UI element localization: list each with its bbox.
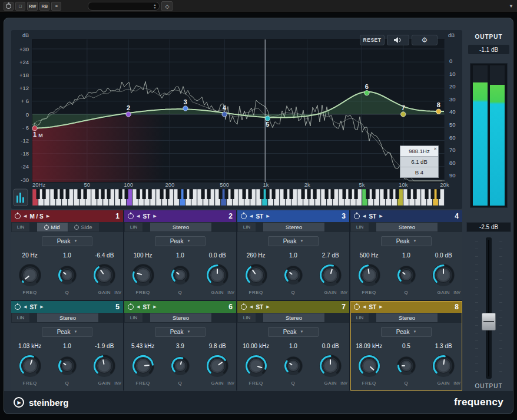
piano-key-black[interactable] [107,189,111,199]
gain-knob[interactable] [199,354,236,378]
channel-tab-stereo[interactable]: Stereo [150,313,211,322]
invert-button[interactable]: INV [453,290,460,295]
preset-selector[interactable]: ▲ ▼ [88,2,160,11]
band-power-button[interactable] [354,213,360,219]
q-value[interactable]: 1.0 [387,252,425,259]
fader-track[interactable] [486,237,492,379]
q-value[interactable]: 1.0 [161,252,198,259]
piano-key-black[interactable] [207,189,211,199]
collapse-chevron-icon[interactable]: ▼ [509,4,513,9]
channel-tab-stereo[interactable]: Stereo [150,223,211,232]
piano-key-black[interactable] [266,189,270,199]
write-automation-button[interactable]: RB [39,2,49,11]
linear-phase-toggle[interactable]: LIN [238,223,256,232]
invert-button[interactable]: INV [227,381,234,385]
piano-key-black[interactable] [307,189,311,199]
linear-phase-toggle[interactable]: LIN [238,313,256,322]
freq-value[interactable]: 500 Hz [350,252,387,259]
band-handle-8[interactable]: 8 [436,101,441,114]
piano-key-black[interactable] [201,189,205,199]
freq-knob[interactable] [11,354,48,378]
gain-value[interactable]: 9.8 dB [199,343,236,349]
band-mode-label[interactable]: ST [369,304,376,310]
invert-button[interactable]: INV [340,290,347,295]
freq-value[interactable]: 5.43 kHz [124,343,161,349]
keyboard-toggle-button[interactable] [14,189,28,206]
band-prev-icon[interactable]: ◀ [24,305,26,309]
piano-key-black[interactable] [272,189,276,199]
band-next-icon[interactable]: ▶ [266,214,269,219]
freq-value[interactable]: 100 Hz [124,252,161,259]
piano-key-black[interactable] [390,189,393,199]
piano-key-black[interactable] [148,189,152,199]
band-prev-icon[interactable]: ◀ [137,214,140,219]
piano-key-black[interactable] [42,189,46,199]
channel-tab-stereo[interactable]: Stereo [263,313,324,322]
freq-knob[interactable] [11,263,48,287]
gain-knob[interactable] [199,263,236,287]
gain-value[interactable]: 0.0 dB [425,252,462,259]
band-prev-icon[interactable]: ◀ [363,214,366,219]
band-handle-5[interactable]: 5 [265,116,270,128]
invert-button[interactable]: INV [453,381,460,385]
band-next-icon[interactable]: ▶ [266,305,269,309]
spin-down-icon[interactable]: ▼ [153,6,156,9]
piano-key-black[interactable] [425,189,429,199]
piano-key-black[interactable] [60,189,64,199]
piano-key-black[interactable] [349,189,352,199]
functions-menu-button[interactable]: ≡ [51,2,61,11]
freq-knob[interactable] [237,263,274,287]
invert-button[interactable]: INV [340,381,347,385]
gain-value[interactable]: -1.9 dB [86,343,123,349]
piano-key-black[interactable] [142,189,146,199]
piano-key-black[interactable] [101,189,105,199]
filter-type-dropdown[interactable]: Peak▼ [155,236,206,246]
preset-spinner[interactable]: ▲ ▼ [153,4,156,9]
piano-key-black[interactable] [66,189,69,199]
gain-knob[interactable] [86,354,123,378]
freq-value[interactable]: 260 Hz [237,252,274,259]
freq-knob[interactable] [237,354,274,378]
band-power-button[interactable] [128,213,134,219]
piano-key-black[interactable] [160,189,164,199]
band-next-icon[interactable]: ▶ [379,214,382,219]
band-mode-label[interactable]: ST [142,304,150,310]
piano-key-black[interactable] [437,189,440,199]
invert-button[interactable]: INV [114,381,121,385]
band-next-icon[interactable]: ▶ [40,305,43,309]
q-knob[interactable] [161,356,198,376]
freq-value[interactable]: 1.03 kHz [11,343,48,349]
band-handle-2[interactable]: 2 [126,104,131,117]
piano-key-black[interactable] [354,189,358,199]
freq-knob[interactable] [124,263,161,287]
piano-key-black[interactable] [372,189,376,199]
filter-type-dropdown[interactable]: Peak▼ [268,236,319,246]
band-handle-4[interactable]: 4 [222,104,227,117]
linear-phase-toggle[interactable]: LIN [125,223,142,232]
linear-phase-toggle[interactable]: LIN [12,313,29,322]
activate-button[interactable] [4,2,14,11]
q-knob[interactable] [387,356,425,376]
piano-key-black[interactable] [248,189,252,199]
q-value[interactable]: 1.0 [48,252,85,259]
piano-key-black[interactable] [313,189,317,199]
band-next-icon[interactable]: ▶ [47,214,49,219]
q-knob[interactable] [161,265,198,285]
gain-knob[interactable] [312,263,349,287]
filter-type-dropdown[interactable]: Peak▼ [268,327,319,337]
editor-button[interactable]: □ [15,2,25,11]
gain-knob[interactable] [86,263,123,287]
piano-key-black[interactable] [325,189,329,199]
piano-key-black[interactable] [95,189,99,199]
band-handle-6[interactable]: 6 [364,83,369,95]
eq-curve-display[interactable]: dB+30+24+18+12+ 60- 6-12-18-24-30dB01020… [11,30,462,208]
piano-key-black[interactable] [396,189,399,199]
gain-value[interactable]: 0.0 dB [312,343,349,349]
band-power-button[interactable] [354,304,360,310]
band-mode-label[interactable]: ST [369,213,376,220]
filter-type-dropdown[interactable]: Peak▼ [42,236,92,246]
freq-knob[interactable] [124,354,161,378]
q-knob[interactable] [274,356,311,376]
q-knob[interactable] [48,356,85,376]
audition-button[interactable] [387,35,409,45]
